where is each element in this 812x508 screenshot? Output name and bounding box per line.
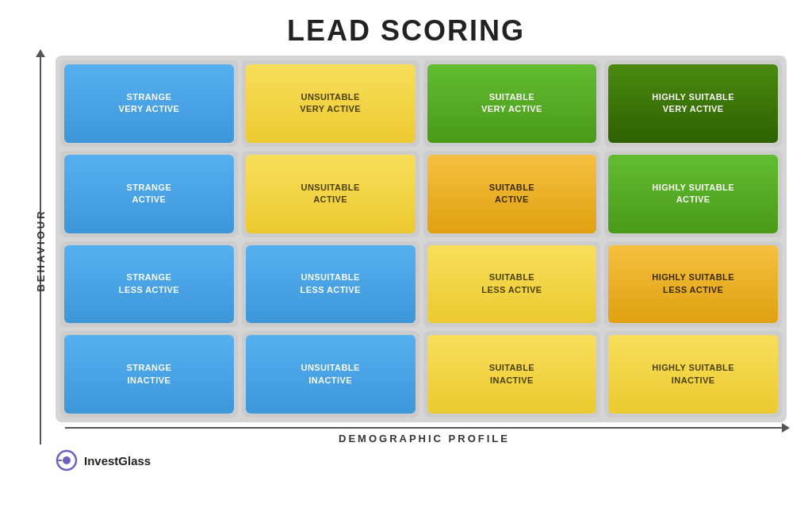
logo-area: InvestGlass [56, 449, 151, 471]
highly-suitable-very-active-label: HIGHLY SUITABLE VERY ACTIVE [608, 64, 778, 143]
x-axis-label: DEMOGRAPHIC PROFILE [339, 433, 510, 444]
highly-suitable-inactive-label: HIGHLY SUITABLE INACTIVE [608, 335, 778, 414]
strange-inactive-label: STRANGE INACTIVE [64, 335, 234, 414]
highly-suitable-less-active: HIGHLY SUITABLE LESS ACTIVE [604, 241, 782, 328]
suitable-less-active-label: SUITABLE LESS ACTIVE [427, 245, 597, 324]
chart-area: BEHAVIOUR STRANGE VERY ACTIVEUNSUITABLE … [25, 56, 787, 444]
highly-suitable-very-active: HIGHLY SUITABLE VERY ACTIVE [604, 60, 782, 147]
suitable-active: SUITABLE ACTIVE [423, 151, 601, 237]
strange-less-active-label: STRANGE LESS ACTIVE [64, 245, 234, 324]
strange-very-active-label: STRANGE VERY ACTIVE [64, 64, 234, 143]
suitable-very-active: SUITABLE VERY ACTIVE [423, 60, 601, 147]
svg-point-1 [63, 456, 71, 464]
highly-suitable-less-active-label: HIGHLY SUITABLE LESS ACTIVE [608, 245, 778, 324]
suitable-inactive-label: SUITABLE INACTIVE [427, 335, 597, 414]
strange-less-active: STRANGE LESS ACTIVE [60, 241, 238, 328]
unsuitable-less-active-label: UNSUITABLE LESS ACTIVE [246, 245, 416, 324]
unsuitable-active-label: UNSUITABLE ACTIVE [246, 155, 416, 233]
unsuitable-inactive-label: UNSUITABLE INACTIVE [246, 335, 416, 414]
unsuitable-active: UNSUITABLE ACTIVE [242, 151, 419, 237]
x-axis-arrow [65, 427, 783, 429]
strange-very-active: STRANGE VERY ACTIVE [60, 60, 238, 147]
strange-active-label: STRANGE ACTIVE [64, 155, 234, 233]
y-axis-label: BEHAVIOUR [35, 209, 47, 291]
suitable-inactive: SUITABLE INACTIVE [423, 331, 601, 418]
strange-active: STRANGE ACTIVE [60, 151, 238, 237]
highly-suitable-active: HIGHLY SUITABLE ACTIVE [604, 151, 782, 237]
unsuitable-less-active: UNSUITABLE LESS ACTIVE [242, 241, 419, 328]
y-axis-container: BEHAVIOUR [25, 56, 56, 444]
x-axis-row: DEMOGRAPHIC PROFILE [56, 427, 787, 444]
highly-suitable-inactive: HIGHLY SUITABLE INACTIVE [604, 331, 782, 418]
footer: InvestGlass [25, 449, 787, 471]
logo-text: InvestGlass [84, 454, 151, 468]
main-content: STRANGE VERY ACTIVEUNSUITABLE VERY ACTIV… [56, 56, 787, 444]
page-title: LEAD SCORING [287, 14, 525, 48]
strange-inactive: STRANGE INACTIVE [60, 331, 238, 418]
highly-suitable-active-label: HIGHLY SUITABLE ACTIVE [608, 155, 778, 233]
suitable-active-label: SUITABLE ACTIVE [427, 155, 597, 233]
unsuitable-very-active-label: UNSUITABLE VERY ACTIVE [246, 64, 416, 143]
lead-scoring-grid: STRANGE VERY ACTIVEUNSUITABLE VERY ACTIV… [56, 56, 787, 422]
suitable-very-active-label: SUITABLE VERY ACTIVE [427, 64, 597, 143]
suitable-less-active: SUITABLE LESS ACTIVE [423, 241, 601, 328]
unsuitable-very-active: UNSUITABLE VERY ACTIVE [242, 60, 419, 147]
unsuitable-inactive: UNSUITABLE INACTIVE [242, 331, 419, 418]
investglass-logo-icon [56, 449, 78, 471]
